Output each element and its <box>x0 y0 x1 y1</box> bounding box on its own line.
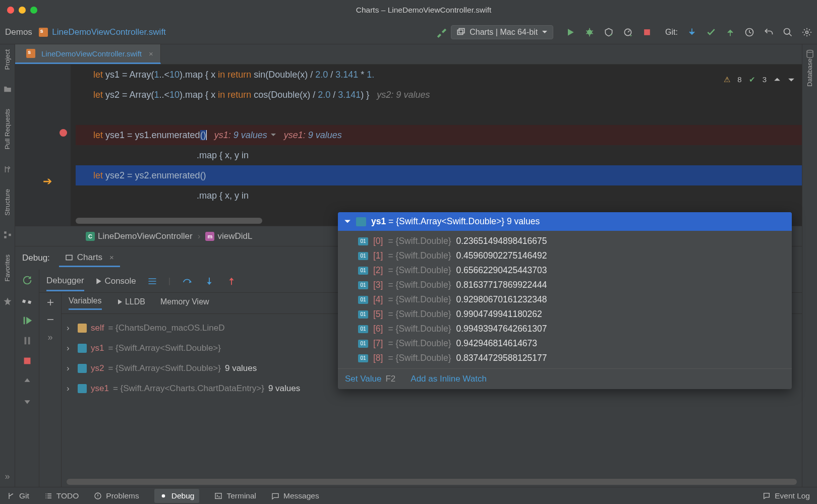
memory-tab[interactable]: Memory View <box>160 297 209 309</box>
svg-rect-9 <box>4 236 7 239</box>
vcs-push-icon[interactable] <box>725 27 735 37</box>
minus-icon[interactable] <box>46 315 55 324</box>
inline-hint[interactable]: ys1: 9 values <box>214 125 276 145</box>
minimize-window-icon[interactable] <box>19 7 26 14</box>
chevron-down-icon <box>542 29 548 35</box>
expand-icon[interactable]: » <box>47 332 52 343</box>
close-tab-icon[interactable]: × <box>149 49 153 58</box>
editor-scrollbar[interactable] <box>76 218 262 224</box>
popup-item[interactable]: 01[4] = {Swift.Double} 0.929806701612323… <box>338 292 792 307</box>
step-out-icon[interactable] <box>226 276 237 287</box>
step-into-icon[interactable] <box>204 276 215 287</box>
structure-icon[interactable] <box>3 230 12 239</box>
pause-icon[interactable] <box>22 335 33 346</box>
chevron-up-icon[interactable] <box>774 76 781 83</box>
vcs-commit-icon[interactable] <box>706 27 716 37</box>
rerun-icon[interactable] <box>22 275 33 286</box>
undo-icon[interactable] <box>764 27 774 37</box>
chevron-down-icon[interactable] <box>788 76 795 83</box>
main-toolbar: Demos LineDemoViewController.swift Chart… <box>0 20 817 44</box>
stop-icon[interactable] <box>642 27 652 37</box>
popup-item[interactable]: 01[1] = {Swift.Double} 0.459609022751464… <box>338 248 792 263</box>
tool-database[interactable]: Database <box>806 58 813 87</box>
debug-title: Debug: <box>22 253 50 263</box>
sb-terminal[interactable]: Terminal <box>214 491 256 500</box>
vars-scrollbar[interactable] <box>67 479 797 485</box>
tool-project[interactable]: Project <box>4 49 11 70</box>
tool-pull-requests[interactable]: Pull Requests <box>4 109 11 149</box>
breakpoint-icon[interactable] <box>60 129 67 137</box>
editor-tab[interactable]: LineDemoViewController.swift × <box>15 44 161 64</box>
code-editor[interactable]: ➔ ⚠8 ✔3 let ys1 = Array(1..<10).map { x … <box>15 65 802 226</box>
index-icon: 01 <box>358 340 368 348</box>
editor-gutter[interactable]: ➔ <box>15 65 71 226</box>
run-icon[interactable] <box>565 27 575 37</box>
settings-icon[interactable] <box>22 295 33 306</box>
popup-item[interactable]: 01[0] = {Swift.Double} 0.236514948984166… <box>338 234 792 248</box>
index-icon: 01 <box>358 296 368 304</box>
star-icon[interactable] <box>3 297 12 306</box>
sb-debug[interactable]: Debug <box>154 489 200 503</box>
breadcrumb-root[interactable]: Demos <box>5 27 32 37</box>
popup-item[interactable]: 01[8] = {Swift.Double} 0.837447295881251… <box>338 351 792 365</box>
bc-method[interactable]: viewDidL <box>217 231 252 241</box>
sb-problems[interactable]: Problems <box>94 491 139 500</box>
layout-icon[interactable] <box>147 276 157 286</box>
add-inline-watch-action[interactable]: Add as Inline Watch <box>411 374 487 384</box>
ok-icon[interactable]: ✔ <box>749 70 755 90</box>
console-tab[interactable]: Console <box>95 276 136 286</box>
breadcrumb-file[interactable]: LineDemoViewController.swift <box>52 27 166 37</box>
lldb-tab[interactable]: LLDB <box>117 297 145 309</box>
vcs-update-icon[interactable] <box>687 27 697 37</box>
profile-icon[interactable] <box>623 27 633 37</box>
step-over-icon[interactable] <box>182 276 193 287</box>
right-tool-rail: Database <box>802 44 817 487</box>
popup-item[interactable]: 01[5] = {Swift.Double} 0.990474994118026… <box>338 307 792 322</box>
warning-icon[interactable]: ⚠ <box>724 70 730 90</box>
maximize-window-icon[interactable] <box>30 7 37 14</box>
run-config-selector[interactable]: Charts | Mac 64-bit <box>451 25 553 39</box>
inspection-badges[interactable]: ⚠8 ✔3 <box>724 70 795 90</box>
database-icon[interactable] <box>805 49 814 58</box>
popup-item[interactable]: 01[3] = {Swift.Double} 0.816377178699224… <box>338 278 792 292</box>
svg-rect-1 <box>459 28 464 33</box>
svg-point-6 <box>784 28 790 34</box>
svg-rect-10 <box>9 234 11 236</box>
debug-session-tab[interactable]: Charts × <box>59 249 120 267</box>
array-icon <box>78 364 87 373</box>
folder-icon[interactable] <box>3 85 12 94</box>
variables-tab[interactable]: Variables <box>69 296 102 310</box>
up-icon[interactable] <box>22 375 33 387</box>
pull-request-icon[interactable] <box>3 165 12 174</box>
history-icon[interactable] <box>744 27 754 37</box>
inline-hint: yse1: 9 values <box>284 125 342 145</box>
set-value-action[interactable]: Set ValueF2 <box>345 374 395 384</box>
sb-messages[interactable]: Messages <box>271 491 319 500</box>
tool-favorites[interactable]: Favorites <box>4 255 11 281</box>
popup-header[interactable]: ys1 = {Swift.Array<Swift.Double>} 9 valu… <box>338 212 792 231</box>
popup-item[interactable]: 01[2] = {Swift.Double} 0.656622904254437… <box>338 263 792 278</box>
breadcrumb[interactable]: Demos LineDemoViewController.swift <box>5 27 166 37</box>
down-icon[interactable] <box>22 396 33 407</box>
sb-event-log[interactable]: Event Log <box>763 491 810 500</box>
debugger-tab[interactable]: Debugger <box>46 276 84 291</box>
stop-icon[interactable] <box>22 355 33 366</box>
close-window-icon[interactable] <box>7 7 14 14</box>
popup-item[interactable]: 01[6] = {Swift.Double} 0.994939476426613… <box>338 322 792 336</box>
chevron-down-icon[interactable] <box>344 218 351 225</box>
coverage-icon[interactable] <box>604 27 614 37</box>
close-icon[interactable]: × <box>109 253 114 262</box>
debug-icon[interactable] <box>585 27 595 37</box>
build-hammer-icon[interactable] <box>436 27 447 38</box>
popup-item[interactable]: 01[7] = {Swift.Double} 0.942946814614673 <box>338 336 792 351</box>
index-icon: 01 <box>358 325 368 333</box>
search-icon[interactable] <box>783 27 793 37</box>
bc-class[interactable]: LineDemoViewController <box>98 231 193 241</box>
tool-structure[interactable]: Structure <box>4 189 11 216</box>
sb-git[interactable]: Git <box>7 491 29 500</box>
sb-todo[interactable]: TODO <box>44 491 79 500</box>
expand-icon[interactable]: » <box>5 471 10 482</box>
resume-icon[interactable] <box>22 315 33 326</box>
gear-icon[interactable] <box>802 27 812 37</box>
plus-icon[interactable] <box>46 298 55 307</box>
